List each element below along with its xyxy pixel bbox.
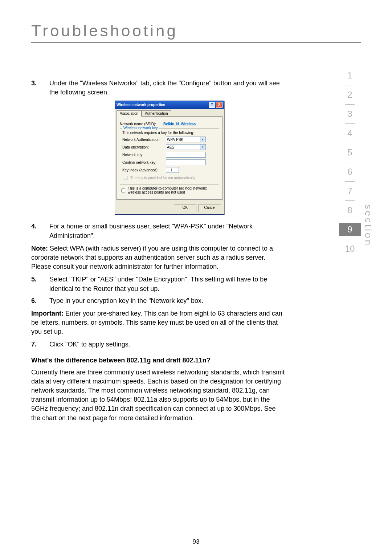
step-7: 7. Click "OK" to apply settings. xyxy=(31,340,285,349)
nav-10[interactable]: 10 xyxy=(339,242,361,255)
wireless-properties-dialog: Wireless network properties ? X Associat… xyxy=(115,101,224,215)
body-paragraph: Currently there are three commonly used … xyxy=(31,368,285,423)
step-5: 5. Select "TKIP" or "AES" under "Date En… xyxy=(31,275,285,293)
encryption-select[interactable]: AES ▾ xyxy=(166,144,206,150)
autokey-label: The key is provided for me automatically xyxy=(130,176,195,180)
step-number: 6. xyxy=(31,296,49,305)
network-key-label: Network key: xyxy=(122,153,166,157)
key-index-spinner: 1 ▲▼ xyxy=(166,167,179,173)
network-key-input[interactable] xyxy=(166,152,206,158)
important-text: Enter your pre-shared key. This can be f… xyxy=(31,310,282,335)
auth-label: Network Authentication: xyxy=(122,138,166,142)
auth-value: WPA-PSK xyxy=(167,138,183,142)
dialog-title: Wireless network properties xyxy=(117,101,165,109)
nav-8[interactable]: 8 xyxy=(339,204,361,217)
subheading: What's the difference between 802.11g an… xyxy=(31,357,285,364)
important-paragraph: Important: Enter your pre-shared key. Th… xyxy=(31,309,285,337)
encryption-value: AES xyxy=(167,145,174,149)
note-label: Note: xyxy=(31,245,48,252)
key-index-label: Key index (advanced): xyxy=(122,168,166,172)
key-index-value: 1 xyxy=(167,168,169,172)
step-number: 3. xyxy=(31,79,49,97)
note-text: Select WPA (with radius server) if you a… xyxy=(31,245,273,270)
nav-6[interactable]: 6 xyxy=(339,165,361,178)
step-6: 6. Type in your encryption key in the "N… xyxy=(31,296,285,305)
group-desc: This network requires a key for the foll… xyxy=(122,131,217,135)
nav-9-current[interactable]: 9 xyxy=(339,223,361,236)
step-text: Type in your encryption key in the "Netw… xyxy=(49,296,285,305)
nav-7[interactable]: 7 xyxy=(339,184,361,198)
encryption-label: Data encryption: xyxy=(122,145,166,149)
chevron-down-icon: ▾ xyxy=(200,137,205,142)
section-nav: 1 2 3 4 5 6 7 8 9 10 xyxy=(339,69,361,255)
wireless-key-group: Wireless network key This network requir… xyxy=(120,128,219,185)
title-divider xyxy=(31,42,361,42)
important-label: Important: xyxy=(31,310,64,317)
close-icon[interactable]: X xyxy=(216,102,222,108)
ssid-value: Belkin_N_Wireless xyxy=(163,122,196,126)
ssid-label: Network name (SSID): xyxy=(120,122,163,126)
spinner-arrows-icon: ▲▼ xyxy=(171,168,173,172)
dialog-titlebar: Wireless network properties ? X xyxy=(115,101,224,109)
step-text: For a home or small business user, selec… xyxy=(49,222,285,240)
step-text: Select "TKIP" or "AES" under "Date Encry… xyxy=(49,275,285,293)
step-number: 4. xyxy=(31,222,49,240)
page-title: Troubleshooting xyxy=(31,22,361,40)
help-icon[interactable]: ? xyxy=(209,102,215,108)
page-number: 93 xyxy=(0,538,392,545)
nav-4[interactable]: 4 xyxy=(339,127,361,140)
nav-sep xyxy=(345,85,355,85)
autokey-checkbox xyxy=(124,176,128,180)
adhoc-checkbox[interactable] xyxy=(121,188,125,192)
auth-select[interactable]: WPA-PSK ▾ xyxy=(166,137,206,142)
group-legend: Wireless network key xyxy=(122,126,159,130)
step-number: 5. xyxy=(31,275,49,293)
cancel-button[interactable]: Cancel xyxy=(199,204,221,212)
adhoc-label: This is a computer-to-computer (ad hoc) … xyxy=(128,186,219,194)
confirm-key-label: Confirm network key: xyxy=(122,161,166,165)
note-paragraph: Note: Select WPA (with radius server) if… xyxy=(31,244,285,272)
confirm-key-input[interactable] xyxy=(166,159,206,165)
tab-association[interactable]: Association xyxy=(117,110,142,117)
step-4: 4. For a home or small business user, se… xyxy=(31,222,285,240)
step-text: Under the "Wireless Networks" tab, click… xyxy=(49,79,285,97)
nav-1[interactable]: 1 xyxy=(339,69,361,82)
step-text: Click "OK" to apply settings. xyxy=(49,340,285,349)
nav-3[interactable]: 3 xyxy=(339,107,361,121)
section-label: section xyxy=(363,204,374,247)
step-number: 7. xyxy=(31,340,49,349)
step-3: 3. Under the "Wireless Networks" tab, cl… xyxy=(31,79,285,97)
nav-5[interactable]: 5 xyxy=(339,146,361,159)
nav-2[interactable]: 2 xyxy=(339,88,361,101)
chevron-down-icon: ▾ xyxy=(200,145,205,150)
ok-button[interactable]: OK xyxy=(174,204,196,212)
tab-authentication[interactable]: Authentication xyxy=(142,110,171,117)
